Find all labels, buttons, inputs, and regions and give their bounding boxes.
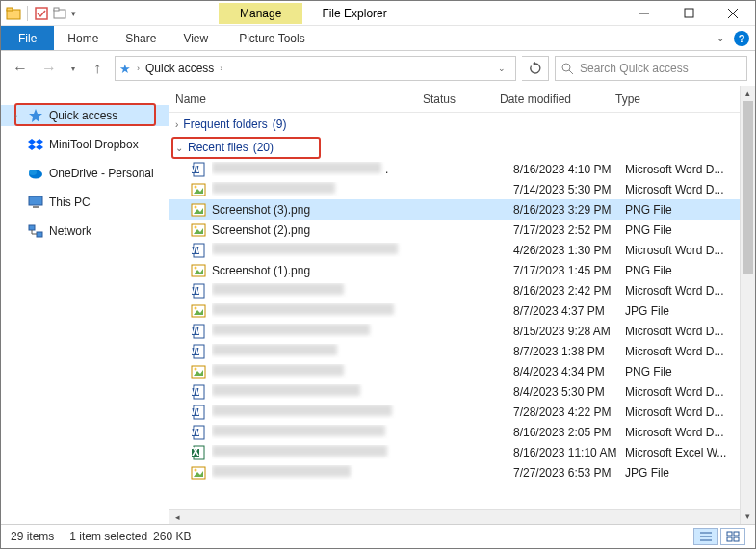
file-row[interactable]: X8/16/2023 11:10 AMMicrosoft Excel W...	[169, 442, 755, 462]
img-file-icon	[191, 202, 206, 218]
img-file-icon	[191, 465, 206, 481]
nav-forward-button[interactable]: →	[38, 57, 61, 80]
file-row[interactable]: W8/15/2023 9:28 AMMicrosoft Word D...	[169, 321, 755, 341]
explorer-icon	[5, 5, 22, 22]
file-date: 7/17/2023 1:45 PM	[513, 264, 625, 277]
file-row[interactable]: 8/4/2023 4:34 PMPNG File	[169, 361, 755, 381]
file-row[interactable]: 7/14/2023 5:30 PMMicrosoft Word D...	[169, 179, 755, 199]
tab-picture-tools[interactable]: Picture Tools	[229, 26, 314, 50]
scroll-thumb[interactable]	[743, 101, 753, 274]
address-bar[interactable]: ★ › Quick access › ⌄	[115, 56, 516, 81]
img-file-icon	[191, 263, 206, 278]
svg-text:W: W	[191, 425, 201, 438]
svg-rect-75	[727, 532, 732, 536]
vertical-scrollbar[interactable]: ▴ ▾	[740, 86, 755, 524]
word-file-icon: W	[191, 344, 206, 359]
search-box[interactable]	[555, 56, 747, 81]
svg-rect-20	[29, 225, 35, 230]
file-row[interactable]: 8/7/2023 4:37 PMJPG File	[169, 301, 755, 321]
minimize-button[interactable]	[622, 1, 666, 25]
qat-newfolder-icon[interactable]	[52, 5, 69, 22]
view-details-button[interactable]	[693, 528, 718, 545]
svg-text:W: W	[191, 324, 201, 337]
file-row[interactable]: W4/26/2023 1:30 PMMicrosoft Word D...	[169, 240, 755, 260]
search-input[interactable]	[580, 62, 741, 75]
file-row[interactable]: W8/16/2023 2:05 PMMicrosoft Word D...	[169, 422, 755, 442]
group-recent-files[interactable]: ⌄ Recent files (20)	[169, 136, 755, 159]
sidebar-item-network[interactable]: Network	[1, 221, 169, 242]
scroll-down-icon[interactable]: ▾	[741, 509, 755, 524]
svg-rect-4	[54, 8, 59, 11]
close-button[interactable]	[711, 1, 755, 25]
nav-history-dropdown[interactable]: ▾	[66, 57, 80, 80]
svg-marker-11	[29, 109, 42, 122]
group-label: Recent files	[188, 141, 248, 154]
file-row[interactable]: 7/27/2023 6:53 PMJPG File	[169, 462, 755, 483]
contextual-tab-manage[interactable]: Manage	[219, 3, 302, 24]
excel-file-icon: X	[191, 445, 206, 460]
maximize-button[interactable]	[666, 1, 711, 25]
sidebar-item-quick-access[interactable]: ›Quick access	[1, 105, 169, 126]
help-icon[interactable]: ?	[734, 31, 749, 46]
img-file-icon	[191, 182, 206, 197]
file-date: 7/28/2023 4:22 PM	[513, 405, 625, 419]
sidebar-item-this-pc[interactable]: This PC	[1, 192, 169, 213]
file-date: 8/16/2023 4:10 PM	[513, 163, 625, 176]
file-type: Microsoft Word D...	[625, 244, 750, 257]
file-name	[212, 324, 434, 338]
file-row[interactable]: Screenshot (2).png7/17/2023 2:52 PMPNG F…	[169, 220, 755, 240]
file-row[interactable]: Screenshot (3).png8/16/2023 3:29 PMPNG F…	[169, 199, 755, 220]
file-row[interactable]: W7/28/2023 4:22 PMMicrosoft Word D...	[169, 402, 755, 422]
titlebar: ▾ Manage File Explorer	[1, 1, 755, 26]
column-header-type[interactable]: Type	[615, 92, 731, 106]
svg-point-56	[195, 367, 197, 370]
tab-view[interactable]: View	[169, 26, 222, 50]
file-date: 8/16/2023 3:29 PM	[513, 203, 625, 217]
tab-home[interactable]: Home	[54, 26, 112, 50]
file-name	[212, 283, 434, 298]
column-header-name[interactable]: Name	[175, 92, 423, 106]
ribbon-collapse-icon[interactable]: ⌄	[717, 33, 724, 43]
svg-text:W: W	[191, 384, 201, 398]
nav-up-button[interactable]: ↑	[86, 57, 109, 80]
svg-text:W: W	[191, 344, 201, 357]
file-row[interactable]: Screenshot (1).png7/17/2023 1:45 PMPNG F…	[169, 260, 755, 280]
chevron-right-icon[interactable]: ›	[220, 64, 222, 73]
qat-properties-icon[interactable]	[33, 5, 50, 22]
svg-line-10	[569, 70, 573, 74]
breadcrumb-segment[interactable]: Quick access	[145, 62, 214, 75]
file-row[interactable]: W.8/16/2023 4:10 PMMicrosoft Word D...	[169, 159, 755, 179]
sidebar-item-onedrive-personal[interactable]: OneDrive - Personal	[1, 163, 169, 184]
column-header-date[interactable]: Date modified	[500, 92, 615, 106]
svg-rect-1	[7, 8, 13, 11]
horizontal-scrollbar[interactable]: ◂ ▸	[169, 509, 755, 524]
nav-back-button[interactable]: ←	[9, 57, 32, 80]
view-thumbnails-button[interactable]	[720, 528, 745, 545]
qat-dropdown-icon[interactable]: ▾	[71, 9, 76, 18]
svg-point-29	[195, 185, 197, 188]
chevron-right-icon[interactable]: ›	[137, 64, 140, 73]
svg-text:W: W	[191, 243, 201, 256]
file-date: 4/26/2023 1:30 PM	[513, 244, 625, 257]
svg-point-9	[562, 64, 570, 71]
file-type: JPG File	[625, 304, 750, 318]
tab-file[interactable]: File	[1, 26, 54, 50]
chevron-right-icon: ›	[175, 119, 178, 130]
file-row[interactable]: W8/7/2023 1:38 PMMicrosoft Word D...	[169, 341, 755, 361]
group-frequent-folders[interactable]: › Frequent folders (9)	[169, 113, 755, 136]
group-count: (9)	[273, 118, 287, 131]
file-date: 7/17/2023 2:52 PM	[513, 223, 625, 237]
file-row[interactable]: W8/4/2023 5:30 PMMicrosoft Word D...	[169, 381, 755, 402]
tab-share[interactable]: Share	[112, 26, 169, 50]
file-row[interactable]: W8/16/2023 2:42 PMMicrosoft Word D...	[169, 280, 755, 301]
svg-rect-21	[37, 232, 42, 237]
sidebar-item-minitool-dropbox[interactable]: MiniTool Dropbox	[1, 134, 169, 155]
address-dropdown-icon[interactable]: ⌄	[498, 64, 511, 73]
scroll-up-icon[interactable]: ▴	[741, 86, 755, 101]
file-type: Microsoft Word D...	[625, 385, 750, 399]
column-header-status[interactable]: Status	[423, 92, 500, 106]
refresh-button[interactable]	[522, 56, 549, 81]
file-name: Screenshot (1).png	[212, 264, 434, 277]
svg-rect-78	[734, 537, 739, 541]
scroll-left-icon[interactable]: ◂	[169, 512, 185, 522]
